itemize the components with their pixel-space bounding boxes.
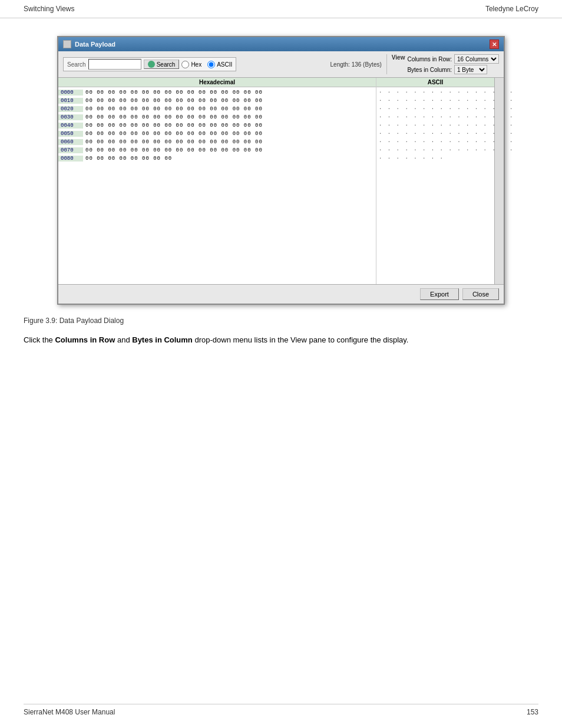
hex-row: 001000 00 00 00 00 00 00 00 00 00 00 00 … xyxy=(58,97,376,105)
hex-addr: 0070 xyxy=(58,147,83,153)
view-controls: Columns in Row: 16 Columns 8 Columns 4 C… xyxy=(407,54,499,74)
page-footer: SierraNet M408 User Manual 153 xyxy=(24,704,538,716)
titlebar-left: Data Payload xyxy=(63,40,115,48)
desc-bytes-strong: Bytes in Column xyxy=(132,335,193,344)
dialog-toolbar: Search Search Hex ASCII xyxy=(58,51,504,78)
hex-bytes: 00 00 00 00 00 00 00 00 00 00 00 00 00 0… xyxy=(83,106,265,112)
hex-bytes: 00 00 00 00 00 00 00 00 00 00 00 00 00 0… xyxy=(83,114,265,120)
dialog-footer: Export Close xyxy=(58,284,504,304)
hex-content: 000000 00 00 00 00 00 00 00 00 00 00 00 … xyxy=(58,87,376,164)
radio-hex[interactable]: Hex xyxy=(181,61,201,68)
ascii-row: . . . . . . . . . . . . . . . . xyxy=(379,113,492,121)
ascii-row: . . . . . . . . . . . . . . . . xyxy=(379,146,492,154)
hex-radio[interactable] xyxy=(181,61,189,68)
dialog-title: Data Payload xyxy=(75,41,115,48)
ascii-row: . . . . . . . . . . . . . . . . xyxy=(379,121,492,130)
desc-columns-strong: Columns in Row xyxy=(55,335,115,344)
bytes-in-col-select[interactable]: 1 Byte 2 Bytes 4 Bytes xyxy=(454,65,487,74)
search-button-label: Search xyxy=(157,61,176,68)
hex-addr: 0000 xyxy=(58,90,83,95)
hex-addr: 0050 xyxy=(58,131,83,137)
hex-addr: 0020 xyxy=(58,106,83,112)
figure-caption: Figure 3.9: Data Payload Dialog xyxy=(24,317,538,325)
hex-row: 003000 00 00 00 00 00 00 00 00 00 00 00 … xyxy=(58,113,376,121)
ascii-content: . . . . . . . . . . . . . . . .. . . . .… xyxy=(376,87,494,164)
columns-in-row-select[interactable]: 16 Columns 8 Columns 4 Columns xyxy=(454,54,499,64)
view-label: View xyxy=(392,54,405,61)
hex-bytes: 00 00 00 00 00 00 00 00 00 00 00 00 00 0… xyxy=(83,139,265,145)
hex-row: 005000 00 00 00 00 00 00 00 00 00 00 00 … xyxy=(58,130,376,138)
hex-addr: 0060 xyxy=(58,139,83,145)
radio-group: Hex ASCII xyxy=(181,61,232,68)
hex-bytes: 00 00 00 00 00 00 00 00 00 00 00 00 00 0… xyxy=(83,131,265,137)
hex-addr: 0080 xyxy=(58,156,83,162)
search-input[interactable] xyxy=(88,59,141,70)
hex-bytes: 00 00 00 00 00 00 00 00 00 00 00 00 00 0… xyxy=(83,123,265,129)
length-info: Length: 136 (Bytes) xyxy=(330,61,382,68)
bytes-in-col-row: Bytes in Column: 1 Byte 2 Bytes 4 Bytes xyxy=(407,65,499,74)
radio-ascii[interactable]: ASCII xyxy=(207,61,232,68)
hex-row: 008000 00 00 00 00 00 00 00 xyxy=(58,154,376,163)
dialog-wrapper: Data Payload ✕ Search Search xyxy=(24,36,538,305)
hex-addr: 0010 xyxy=(58,98,83,104)
ascii-header: ASCII xyxy=(376,78,494,87)
search-group: Search Search Hex ASCII xyxy=(63,57,236,71)
hex-bytes: 00 00 00 00 00 00 00 00 00 00 00 00 00 0… xyxy=(83,98,265,104)
search-group-label: Search xyxy=(67,61,86,68)
description: Click the Columns in Row and Bytes in Co… xyxy=(24,334,538,347)
page-header: Switching Views Teledyne LeCroy xyxy=(0,0,562,18)
hex-row: 007000 00 00 00 00 00 00 00 00 00 00 00 … xyxy=(58,146,376,154)
hex-bytes: 00 00 00 00 00 00 00 00 00 00 00 00 00 0… xyxy=(83,90,265,95)
ascii-row: . . . . . . . . . . . . . . . . xyxy=(379,130,492,138)
data-payload-dialog: Data Payload ✕ Search Search xyxy=(57,36,505,305)
ascii-radio[interactable] xyxy=(207,61,215,68)
dialog-body: Hexadecimal 000000 00 00 00 00 00 00 00 … xyxy=(58,78,504,284)
hex-row: 000000 00 00 00 00 00 00 00 00 00 00 00 … xyxy=(58,88,376,97)
hex-label: Hex xyxy=(191,61,201,68)
ascii-row: . . . . . . . . . . . . . . . . xyxy=(379,138,492,146)
desc-part1: Click the xyxy=(24,335,55,344)
hex-bytes: 00 00 00 00 00 00 00 00 00 00 00 00 00 0… xyxy=(83,147,265,153)
desc-part3: drop-down menu lists in the View pane to… xyxy=(194,335,408,344)
ascii-row: . . . . . . . . . . . . . . . . xyxy=(379,105,492,113)
scrollbar[interactable] xyxy=(494,78,504,284)
hex-bytes: 00 00 00 00 00 00 00 00 xyxy=(83,156,174,162)
search-button[interactable]: Search xyxy=(144,60,180,69)
dialog-titlebar: Data Payload ✕ xyxy=(58,37,504,51)
bytes-in-col-label: Bytes in Column: xyxy=(407,67,452,73)
header-right: Teledyne LeCroy xyxy=(485,5,538,13)
ascii-row: . . . . . . . . . . . . . . . . xyxy=(379,97,492,105)
search-icon xyxy=(148,61,155,68)
ascii-panel: ASCII . . . . . . . . . . . . . . . .. .… xyxy=(376,78,494,284)
desc-part2: and xyxy=(117,335,132,344)
hex-panel: Hexadecimal 000000 00 00 00 00 00 00 00 … xyxy=(58,78,376,284)
hex-row: 002000 00 00 00 00 00 00 00 00 00 00 00 … xyxy=(58,105,376,113)
dialog-close-button[interactable]: ✕ xyxy=(490,39,499,49)
page-content: Data Payload ✕ Search Search xyxy=(0,18,562,358)
dialog-icon xyxy=(63,40,71,48)
footer-right: 153 xyxy=(527,708,538,716)
close-button[interactable]: Close xyxy=(462,288,499,300)
export-button[interactable]: Export xyxy=(420,288,459,300)
ascii-row: . . . . . . . . . . . . . . . . xyxy=(379,88,492,97)
hex-row: 004000 00 00 00 00 00 00 00 00 00 00 00 … xyxy=(58,121,376,130)
header-left: Switching Views xyxy=(24,5,74,13)
ascii-row: . . . . . . . . xyxy=(379,154,492,163)
ascii-label: ASCII xyxy=(217,61,232,68)
view-group: View Columns in Row: 16 Columns 8 Column… xyxy=(386,54,499,74)
columns-in-row-label: Columns in Row: xyxy=(407,56,452,62)
hex-row: 006000 00 00 00 00 00 00 00 00 00 00 00 … xyxy=(58,138,376,146)
columns-in-row-row: Columns in Row: 16 Columns 8 Columns 4 C… xyxy=(407,54,499,64)
hex-header: Hexadecimal xyxy=(58,78,376,87)
hex-addr: 0030 xyxy=(58,114,83,120)
footer-left: SierraNet M408 User Manual xyxy=(24,708,115,716)
hex-addr: 0040 xyxy=(58,123,83,129)
